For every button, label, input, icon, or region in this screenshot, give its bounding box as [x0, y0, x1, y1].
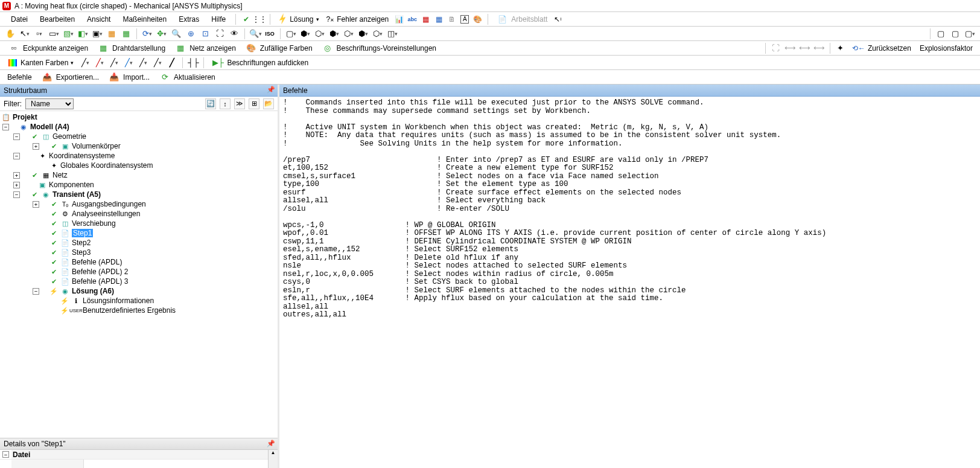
- collapse-icon[interactable]: −: [13, 133, 20, 140]
- kanten-button[interactable]: Kanten Farben ▾: [4, 57, 77, 68]
- menu-ansicht[interactable]: Ansicht: [81, 14, 116, 25]
- tree-step2[interactable]: ✔ 📄 Step2: [0, 238, 278, 248]
- look-icon[interactable]: 👁: [229, 28, 240, 39]
- pin-icon[interactable]: 📌: [267, 440, 275, 447]
- exportieren-button[interactable]: 📤 Exportieren...: [37, 71, 103, 84]
- box1-icon[interactable]: ▢: [935, 28, 946, 39]
- edge-thick-icon[interactable]: ╱: [167, 57, 177, 68]
- edge-icon[interactable]: ▭: [48, 28, 59, 39]
- zoom-box-icon[interactable]: ⊡: [200, 28, 211, 39]
- eckpunkte-button[interactable]: ▫▫ Eckpunkte anzeigen: [4, 42, 92, 55]
- menu-datei[interactable]: Datei: [5, 14, 34, 25]
- tree-verschiebung[interactable]: ✔ ◫ Verschiebung: [0, 219, 278, 228]
- a-text-icon[interactable]: A: [460, 15, 469, 24]
- dots-icon[interactable]: ⋮⋮: [255, 14, 264, 24]
- befehle-button[interactable]: Befehle: [4, 72, 36, 83]
- box3-icon[interactable]: ▢: [964, 28, 975, 39]
- coord-icon[interactable]: ✦: [835, 43, 846, 54]
- abc-icon[interactable]: abc: [407, 14, 417, 24]
- element-icon[interactable]: ▦: [106, 28, 117, 39]
- tree-step1[interactable]: ✔ 📄 Step1: [0, 228, 278, 238]
- hand-icon[interactable]: ✋: [5, 28, 16, 39]
- grid2-icon[interactable]: ▦: [434, 14, 444, 24]
- tree-projekt[interactable]: 📋 Projekt: [0, 112, 278, 122]
- page-icon[interactable]: 🗎: [447, 14, 457, 24]
- tree-analyse[interactable]: ✔ ⚙ Analyseeinstellungen: [0, 209, 278, 219]
- cursor-select-icon[interactable]: ↖: [19, 28, 30, 39]
- box2-icon[interactable]: ▢: [950, 28, 961, 39]
- fehler-button[interactable]: ?✕ Fehler anzeigen: [323, 14, 393, 25]
- losung-button[interactable]: ⚡ Lösung ▾: [274, 13, 322, 25]
- expand-icon[interactable]: +: [33, 143, 39, 150]
- code-area[interactable]: ! Commands inserted into this file will …: [279, 97, 980, 468]
- draht-button[interactable]: ▦ Drahtdarstellung: [93, 42, 169, 55]
- tree-netz[interactable]: + ✔ ▦ Netz: [0, 170, 278, 180]
- menu-masseinheiten[interactable]: Maßeinheiten: [116, 14, 173, 25]
- view2-icon[interactable]: ⬢: [300, 28, 311, 39]
- marker-icon[interactable]: ┤├: [188, 57, 199, 68]
- beschriftungen-aufdicken-button[interactable]: ▶├ Beschriftungen aufdicken: [208, 56, 312, 69]
- aktualisieren-button[interactable]: ⟳ Aktualisieren: [154, 71, 219, 84]
- tree-koord[interactable]: − ✦ Koordinatensysteme: [0, 151, 278, 161]
- details-row-datei[interactable]: − Datei: [0, 450, 278, 460]
- tree-globkoord[interactable]: ✦ Globales Koordinatensystem: [0, 161, 278, 170]
- menu-bearbeiten[interactable]: Bearbeiten: [34, 14, 81, 25]
- scrollbar[interactable]: ▲: [268, 450, 278, 468]
- tree-transient[interactable]: − ✔ ◉ Transient (A5): [0, 190, 278, 199]
- filter-expand-icon[interactable]: ↕: [220, 98, 231, 109]
- expand-icon[interactable]: +: [13, 182, 20, 188]
- tree-volumen[interactable]: + ✔ ▣ Volumenkörper: [0, 141, 278, 151]
- tree-step3[interactable]: ✔ 📄 Step3: [0, 248, 278, 257]
- face-icon[interactable]: ▧: [63, 28, 74, 39]
- collapse-icon[interactable]: −: [13, 153, 20, 159]
- body-icon[interactable]: ◧: [77, 28, 88, 39]
- zoom-fit-icon[interactable]: ⊕: [185, 28, 196, 39]
- filter-select[interactable]: Name: [25, 98, 74, 109]
- mesh-node-icon[interactable]: ▦: [121, 28, 132, 39]
- tree-befehle-apdl3[interactable]: ✔ 📄 Befehle (APDL) 3: [0, 277, 278, 286]
- filter-plus-icon[interactable]: ⊞: [249, 98, 259, 109]
- menu-extras[interactable]: Extras: [173, 14, 205, 25]
- edge2-icon[interactable]: ╱: [94, 57, 105, 68]
- view-icon[interactable]: ▢: [285, 28, 296, 39]
- tree-komponenten[interactable]: + ▣ Komponenten: [0, 180, 278, 190]
- collapse-icon[interactable]: −: [2, 124, 9, 130]
- iso-icon[interactable]: ISO: [264, 28, 275, 39]
- tree-losung[interactable]: − ⚡ ◉ Lösung (A6): [0, 286, 278, 296]
- tree-losungsinfo[interactable]: ⚡ ℹ Lösungsinformationen: [0, 296, 278, 306]
- tree-befehle-apdl2[interactable]: ✔ 📄 Befehle (APDL) 2: [0, 267, 278, 277]
- pin-icon[interactable]: 📌: [267, 86, 275, 94]
- vertex-icon[interactable]: ▫: [34, 28, 45, 39]
- zoom-icon[interactable]: 🔍: [171, 28, 182, 39]
- view4-icon[interactable]: ⬢: [329, 28, 340, 39]
- check-icon[interactable]: ✔: [241, 14, 251, 24]
- filter-refresh-icon[interactable]: 🔄: [205, 98, 216, 109]
- import-button[interactable]: 📥 Import...: [104, 71, 153, 84]
- explosions-button[interactable]: Explosionsfaktor: [916, 43, 976, 54]
- view5-icon[interactable]: ⬡: [343, 28, 354, 39]
- grid-icon[interactable]: ▦: [421, 14, 430, 24]
- expand-icon[interactable]: +: [13, 172, 20, 179]
- view7-icon[interactable]: ⬡: [372, 28, 383, 39]
- tree-modell[interactable]: − ◉ Modell (A4): [0, 122, 278, 132]
- expand-icon[interactable]: +: [33, 201, 39, 208]
- collapse-icon[interactable]: −: [13, 191, 20, 198]
- node-icon[interactable]: ▣: [92, 28, 103, 39]
- zufallige-button[interactable]: 🎨 Zufällige Farben: [241, 42, 316, 55]
- tree[interactable]: 📋 Projekt − ◉ Modell (A4) − ✔ ◫ Geometri…: [0, 111, 278, 438]
- menu-hilfe[interactable]: Hilfe: [205, 14, 232, 25]
- beschriftungs-button[interactable]: ◎ Beschriftungs-Voreinstellungen: [317, 42, 440, 55]
- edge1-icon[interactable]: ╱: [80, 57, 91, 68]
- tree-geometrie[interactable]: − ✔ ◫ Geometrie: [0, 132, 278, 141]
- rotate-icon[interactable]: ⟳: [142, 28, 153, 39]
- filter-arrow-icon[interactable]: ≫: [234, 98, 245, 109]
- plane-icon[interactable]: ◫: [387, 28, 398, 39]
- tree-ausgangs[interactable]: + ✔ T₀ Ausgangsbedingungen: [0, 199, 278, 209]
- view3-icon[interactable]: ⬡: [314, 28, 325, 39]
- zuruck-button[interactable]: ⟲← Zurücksetzen: [848, 43, 915, 54]
- edge6-icon[interactable]: ╱: [152, 57, 163, 68]
- collapse-icon[interactable]: −: [2, 451, 9, 458]
- edge4-icon[interactable]: ╱: [123, 57, 134, 68]
- pan-icon[interactable]: ✥: [156, 28, 167, 39]
- chart-icon[interactable]: 📊: [394, 14, 404, 24]
